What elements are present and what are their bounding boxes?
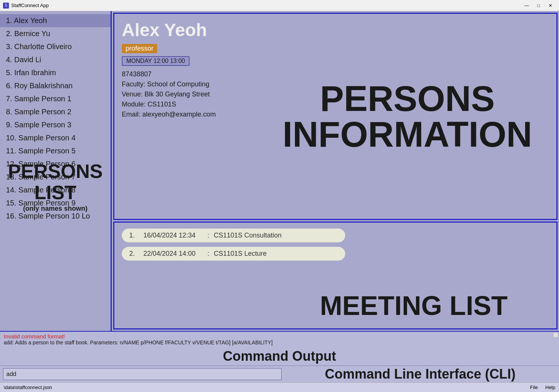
person-name: Alex Yeoh — [122, 20, 549, 40]
main-area: 1. Alex Yeoh 2. Bernice Yu 3. Charlotte … — [0, 11, 559, 331]
list-item[interactable]: 1. Alex Yeoh — [0, 14, 111, 27]
list-item[interactable]: 7. Sample Person 1 — [0, 92, 111, 105]
app-icon: S — [3, 3, 9, 9]
list-item[interactable]: 4. David Li — [0, 53, 111, 66]
list-item[interactable]: 8. Sample Person 2 — [0, 105, 111, 118]
cli-area: Command Line Interface (CLI) — [0, 366, 559, 382]
role-badge: professor — [122, 44, 157, 53]
list-item[interactable]: 10. Sample Person 4 — [0, 131, 111, 144]
list-item[interactable]: 11. Sample Person 5 — [0, 144, 111, 157]
meeting-separator: : — [207, 250, 209, 258]
phone-detail: 87438807 — [122, 70, 549, 78]
list-item[interactable]: 15. Sample Person 9 — [0, 197, 111, 210]
module-detail: Module: CS1101S — [122, 101, 549, 108]
meeting-separator: : — [207, 232, 209, 239]
list-item[interactable]: 2. Bernice Yu — [0, 27, 111, 40]
command-output-error: Invalid command format! — [4, 333, 555, 340]
meeting-item[interactable]: 1. 16/04/2024 12:34 : CS1101S Consultati… — [122, 229, 345, 242]
title-bar-controls: — □ ✕ — [521, 2, 556, 9]
person-info-panel: Alex Yeoh professor MONDAY 12:00 13:00 8… — [113, 13, 558, 220]
list-item[interactable]: 16. Sample Person 10 Lo — [0, 210, 111, 223]
list-item[interactable]: 14. Sample Person 8 — [0, 184, 111, 197]
email-detail: Email: alexyeoh@example.com — [122, 111, 549, 118]
minimize-button[interactable]: — — [521, 2, 532, 9]
bottom-area: Invalid command format! add: Adds a pers… — [0, 331, 559, 382]
cli-input[interactable] — [3, 368, 282, 380]
meeting-title: CS1101S Consultation — [214, 232, 282, 239]
cli-overlay: Command Line Interface (CLI) — [285, 366, 556, 382]
command-output-panel: Invalid command format! add: Adds a pers… — [0, 332, 559, 366]
app-title: StaffConnect App — [11, 3, 49, 8]
command-output-detail: add: Adds a person to the staff book. Pa… — [4, 340, 555, 345]
right-panels: Alex Yeoh professor MONDAY 12:00 13:00 8… — [112, 11, 559, 331]
meeting-list-overlay: MEETING LIST — [320, 290, 508, 321]
faculty-detail: Faculty: School of Computing — [122, 80, 549, 88]
status-bar-right: File Help — [530, 385, 555, 390]
meeting-time: 22/04/2024 14:00 — [143, 250, 203, 258]
meeting-num: 1. — [129, 232, 140, 239]
list-item[interactable]: 12. Sample Person 6 — [0, 157, 111, 170]
status-menu-help[interactable]: Help — [545, 385, 555, 390]
command-output-overlay: Command Output — [4, 345, 555, 364]
list-item[interactable]: 5. Irfan Ibrahim — [0, 66, 111, 79]
persons-list-panel: 1. Alex Yeoh 2. Bernice Yu 3. Charlotte … — [0, 11, 112, 331]
maximize-button[interactable]: □ — [533, 2, 544, 9]
meeting-time: 16/04/2024 12:34 — [143, 232, 203, 239]
list-item[interactable]: 6. Roy Balakrishnan — [0, 79, 111, 92]
list-item[interactable]: 3. Charlotte Oliveiro — [0, 40, 111, 53]
close-button[interactable]: ✕ — [545, 2, 556, 9]
meeting-list-overlay-label: MEETING LIST — [320, 290, 508, 321]
status-bar: \data\staffconnect.json File Help — [0, 382, 559, 392]
persons-list-scroll[interactable]: 1. Alex Yeoh 2. Bernice Yu 3. Charlotte … — [0, 11, 111, 331]
title-bar: S StaffConnect App — □ ✕ — [0, 0, 559, 11]
meeting-title: CS1101S Lecture — [214, 250, 267, 258]
scrollbar-thumb[interactable] — [553, 332, 558, 338]
availability-badge: MONDAY 12:00 13:00 — [122, 56, 190, 66]
list-item[interactable]: 9. Sample Person 3 — [0, 118, 111, 131]
title-bar-left: S StaffConnect App — [3, 3, 49, 9]
meeting-num: 2. — [129, 250, 140, 258]
meeting-list-panel: 1. 16/04/2024 12:34 : CS1101S Consultati… — [113, 222, 558, 329]
meeting-item[interactable]: 2. 22/04/2024 14:00 : CS1101S Lecture — [122, 247, 345, 261]
venue-detail: Venue: Blk 30 Geylang Street — [122, 90, 549, 98]
status-menu-file[interactable]: File — [530, 385, 538, 390]
file-path: \data\staffconnect.json — [4, 385, 52, 390]
list-item[interactable]: 13. Sample Person 7 — [0, 170, 111, 184]
